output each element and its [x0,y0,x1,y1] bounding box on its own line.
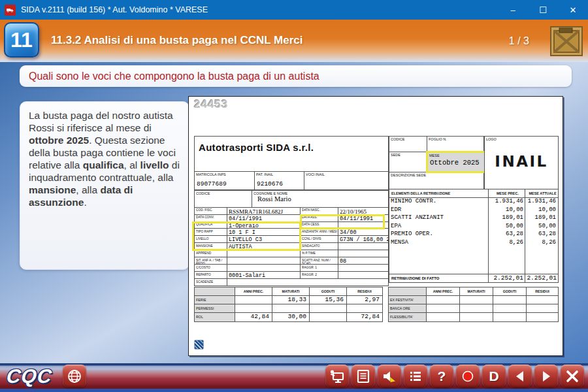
presenter-icon [329,368,345,384]
index-button[interactable] [404,365,427,387]
chapter-badge-icon: 11 [4,22,39,57]
window-title: SIDA v.2111 (build 156) * Aut. Voldomino… [21,5,498,14]
payslip-personal-row: REPARTO0001-SalariRAGGR. 2 [195,272,388,279]
document-icon [355,368,371,384]
description-text: La busta paga del nostro autista Rossi s… [29,110,180,208]
mese-highlight-cell: MESE Ottobre 2025 [426,151,486,173]
lesson-title: 11.3.2 Analisi di una busta paga nel CCN… [51,34,302,47]
globe-icon [67,368,82,384]
retribuzione-row: MENSA8,268,26 [389,239,558,248]
festivita-table: ANNI PREC.MATURATIGODUTIRESIDUIEX FESTIV… [388,287,559,322]
retribuzione-table: ELEMENTI DELLA RETRIBUZIONE MESE PREC. M… [389,189,559,283]
maximize-button[interactable]: ☐ [528,0,558,20]
payslip-personal-row: COD. FISC.RSSMRA71R16L682JDATA NASC.22/1… [195,208,388,215]
record-icon [460,368,476,384]
record-button[interactable] [456,365,480,387]
bottom-toolbar: CQC ?D [0,363,588,392]
cqc-logo: CQC [5,365,53,387]
personal-data-table: CODICE COGNOME E NOME Rossi Mario COD. F… [194,190,389,286]
ferie-table: ANNI PREC.MATURATIGODUTIRESIDUIFERIE18,3… [194,287,383,322]
description-panel: La busta paga del nostro autista Rossi s… [20,101,189,270]
payslip-image: 24453 Autotrasporti SIDA s.r.l. MATRICOL… [188,96,563,356]
d-button[interactable]: D [482,365,506,387]
inail-logo-cell: LOGO INAIL [484,136,559,190]
payslip-personal-row: DATA CONV.04/11/1991DATA ASS.04/11/1991 [195,215,388,222]
minimize-button[interactable]: – [498,0,528,20]
payslip-personal-row: QUALIFICA1-OperaioDATA CESS. [195,222,388,229]
retribuzione-row: EPA50,0050,00 [389,223,558,231]
document-button[interactable] [351,365,375,387]
payslip-personal-row: MANSIONEAUTISTASINDACATO [195,243,388,250]
bottom-table-row: EX FESTIVITA' [389,296,558,304]
presenter-button[interactable] [325,365,349,387]
crate-icon [550,25,583,56]
retribuzione-rows: MINIMO CONTR.1.931,461.931,46EDR10,0010,… [389,198,558,274]
retribuzione-row: MINIMO CONTR.1.931,461.931,46 [389,198,558,206]
page-indicator: 1 / 3 [509,35,529,47]
close-window-button[interactable]: ✕ [558,0,588,20]
payslip-personal-row: APPREND% P.TIME [195,250,388,257]
inps-inail-row: MATRICOLA INPS89077689 PAT. INAIL9210676… [194,171,389,190]
payslip-personal-row: LIVELLOLIVELLO C3CCNL / DIVISG73N / 168,… [195,236,388,243]
bottom-table-row: FLESSIBILITA' [389,313,558,321]
sede-mese-block: CODICE FOGLIO N. SEDE MESE Ottobre 2025 … [389,136,484,190]
payslip-watermark: 24453 [194,98,228,111]
personal-rows: COD. FISC.RSSMRA71R16L682JDATA NASC.22/1… [195,208,388,286]
close-icon [564,368,580,384]
stamp-icon [194,340,204,350]
company-name-cell: Autotrasporti SIDA s.r.l. [194,136,389,172]
bottom-table-row: FERIE18,3315,362,97 [195,296,382,304]
next-icon [538,368,554,384]
help-button[interactable]: ? [430,365,453,387]
next-button[interactable] [534,365,558,387]
title-bar: SIDA v.2111 (build 156) * Aut. Voldomino… [0,0,588,20]
payslip-personal-row: TIPO RAPP10 1 F IANZIANITA' anni / mesi3… [195,229,388,236]
payslip-personal-row: SIT. ANF a. / tab / redd.SCATTI ANZ. num… [195,257,388,265]
d-button-glyph: D [489,369,498,383]
retribuzione-row: SCATTI ANZIANIT189,01189,01 [389,214,558,223]
bottom-table-row: BANCA ORE [389,304,558,313]
globe-button[interactable] [63,365,86,387]
bottom-table-row: PERMESSI [195,304,382,313]
payslip-personal-row: SCADENZE [195,279,388,286]
audio-button[interactable] [378,365,401,387]
prev-icon [512,368,528,384]
audio-icon [382,368,397,384]
payslip-personal-row: C/COSTORAGGR. 1 [195,265,388,272]
close-button[interactable] [561,365,584,387]
prev-button[interactable] [508,365,532,387]
retribuzione-row: PREMIO OPER.63,2863,28 [389,231,558,239]
inail-logo: INAIL [485,153,558,170]
bottom-table-row: ROL42,8430,0072,84 [195,313,382,321]
question-bar: Quali sono le voci che compongono la bus… [20,65,572,87]
lesson-header: 11 11.3.2 Analisi di una busta paga nel … [0,20,588,62]
index-icon [408,368,423,384]
retribuzione-row: EDR10,0010,00 [389,206,558,215]
app-truck-icon [5,5,16,16]
application-window: SIDA v.2111 (build 156) * Aut. Voldomino… [0,0,588,392]
content-area: Quali sono le voci che compongono la bus… [0,62,588,363]
help-button-glyph: ? [438,369,446,383]
